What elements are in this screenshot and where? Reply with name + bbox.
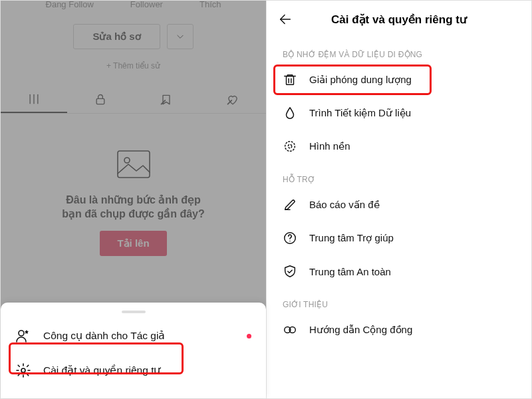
setting-wallpaper[interactable]: Hình nền xyxy=(267,130,531,163)
setting-label: Trình Tiết kiệm Dữ liệu xyxy=(309,107,411,119)
link-icon xyxy=(283,323,297,337)
question-circle-icon xyxy=(283,231,297,245)
setting-community-guidelines[interactable]: Hướng dẫn Cộng đồng xyxy=(267,313,531,346)
svg-point-18 xyxy=(289,241,290,241)
sheet-grabber[interactable] xyxy=(122,311,146,313)
setting-label: Giải phóng dung lượng xyxy=(309,74,412,86)
svg-point-15 xyxy=(285,142,295,152)
setting-free-up-space[interactable]: Giải phóng dung lượng xyxy=(267,63,531,96)
svg-point-9 xyxy=(21,368,25,372)
bottom-sheet: Công cụ dành cho Tác giả Cài đặt và quyề… xyxy=(1,303,266,398)
setting-label: Báo cáo vấn đề xyxy=(309,199,380,211)
setting-label: Trung tâm An toàn xyxy=(309,266,391,277)
settings-title: Cài đặt và quyền riêng tư xyxy=(276,13,522,27)
user-star-icon xyxy=(15,328,31,344)
setting-data-saver[interactable]: Trình Tiết kiệm Dữ liệu xyxy=(267,96,531,130)
svg-point-8 xyxy=(19,331,24,336)
notification-dot xyxy=(247,334,251,338)
section-about: GIỚI THIỆU xyxy=(267,288,531,313)
sheet-item-settings[interactable]: Cài đặt và quyền riêng tư xyxy=(1,353,266,388)
gear-icon xyxy=(15,362,31,378)
svg-rect-11 xyxy=(287,76,294,85)
sheet-item-creator-tools[interactable]: Công cụ dành cho Tác giả xyxy=(1,319,266,353)
trash-icon xyxy=(283,72,297,87)
section-cache: BỘ NHỚ ĐỆM VÀ DỮ LIỆU DI ĐỘNG xyxy=(267,38,531,63)
setting-label: Hình nền xyxy=(309,140,350,152)
svg-point-14 xyxy=(288,144,292,148)
right-settings-screen: Cài đặt và quyền riêng tư BỘ NHỚ ĐỆM VÀ … xyxy=(266,1,531,398)
droplet-icon xyxy=(283,106,297,120)
sheet-item-label: Cài đặt và quyền riêng tư xyxy=(43,364,160,376)
pencil-icon xyxy=(283,198,297,212)
setting-label: Trung tâm Trợ giúp xyxy=(309,232,394,244)
shield-check-icon xyxy=(283,264,297,279)
setting-help-center[interactable]: Trung tâm Trợ giúp xyxy=(267,221,531,255)
setting-label: Hướng dẫn Cộng đồng xyxy=(309,324,412,336)
sparkle-icon xyxy=(283,139,297,154)
section-support: HỖ TRỢ xyxy=(267,163,531,188)
setting-safety-center[interactable]: Trung tâm An toàn xyxy=(267,255,531,288)
settings-header: Cài đặt và quyền riêng tư xyxy=(267,1,531,38)
setting-report-problem[interactable]: Báo cáo vấn đề xyxy=(267,188,531,221)
sheet-item-label: Công cụ dành cho Tác giả xyxy=(43,330,165,342)
left-profile-screen: Đang Follow Follower Thích Sửa hồ sơ + T… xyxy=(1,1,266,398)
